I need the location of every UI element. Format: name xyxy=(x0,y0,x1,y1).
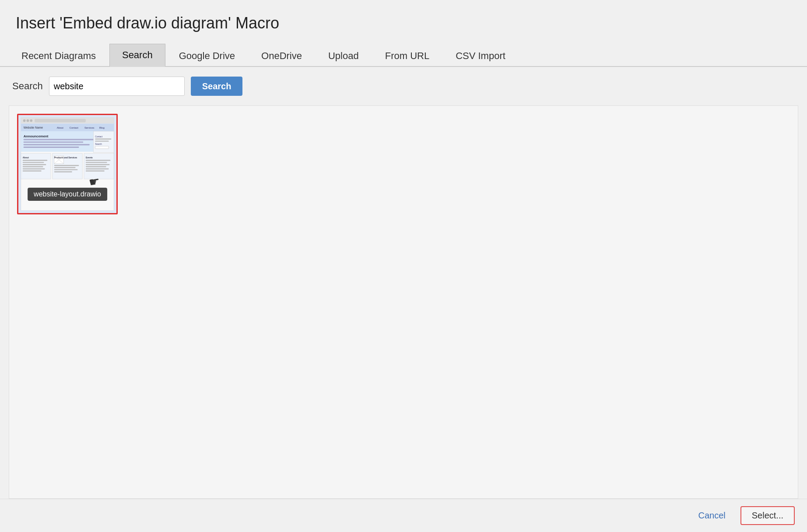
svg-text:Blog: Blog xyxy=(99,126,105,129)
svg-text:Events: Events xyxy=(86,157,93,159)
svg-rect-28 xyxy=(23,171,42,172)
svg-rect-27 xyxy=(23,168,45,169)
svg-rect-41 xyxy=(86,166,106,167)
diagram-thumbnail: Website Name About Contact Services Blog… xyxy=(18,115,116,213)
tab-google-drive[interactable]: Google Drive xyxy=(166,45,248,67)
svg-text:About: About xyxy=(57,126,64,129)
tabs-bar: Recent Diagrams Search Google Drive OneD… xyxy=(0,43,807,67)
svg-rect-24 xyxy=(23,162,44,163)
svg-text:Contact: Contact xyxy=(95,136,102,138)
svg-point-4 xyxy=(27,119,29,122)
svg-text:Search: Search xyxy=(95,143,102,145)
dialog-title: Insert 'Embed draw.io diagram' Macro xyxy=(0,0,807,43)
svg-rect-26 xyxy=(23,166,43,167)
svg-text:Contact: Contact xyxy=(70,126,78,129)
svg-rect-40 xyxy=(86,164,110,165)
svg-rect-6 xyxy=(35,119,86,122)
svg-text:Products and Services: Products and Services xyxy=(54,157,77,159)
footer-bar: Cancel Select... xyxy=(0,499,807,532)
tab-upload[interactable]: Upload xyxy=(316,45,372,67)
select-button[interactable]: Select... xyxy=(740,506,795,525)
svg-rect-15 xyxy=(24,139,96,140)
svg-point-5 xyxy=(30,119,32,122)
svg-rect-42 xyxy=(86,168,109,169)
svg-rect-33 xyxy=(54,167,76,168)
search-button[interactable]: Search xyxy=(191,77,243,96)
svg-point-3 xyxy=(23,119,26,122)
svg-rect-43 xyxy=(86,171,105,172)
cancel-button[interactable]: Cancel xyxy=(691,507,732,524)
tab-csv-import[interactable]: CSV Import xyxy=(443,45,518,67)
svg-rect-34 xyxy=(54,169,78,170)
svg-rect-25 xyxy=(23,164,46,165)
svg-rect-39 xyxy=(86,162,107,163)
svg-rect-18 xyxy=(24,147,79,148)
search-field-label: Search xyxy=(12,80,43,92)
svg-text:Website Name: Website Name xyxy=(24,126,43,129)
svg-text:About: About xyxy=(23,157,29,159)
svg-rect-49 xyxy=(95,146,109,149)
svg-text:Services: Services xyxy=(84,126,94,129)
dialog-container: Insert 'Embed draw.io diagram' Macro Rec… xyxy=(0,0,807,532)
svg-rect-44 xyxy=(93,131,114,153)
diagram-item[interactable]: Website Name About Contact Services Blog… xyxy=(17,114,118,214)
tab-from-url[interactable]: From URL xyxy=(372,45,442,67)
search-input[interactable] xyxy=(49,77,185,96)
content-area: Website Name About Contact Services Blog… xyxy=(9,105,798,499)
tab-recent-diagrams[interactable]: Recent Diagrams xyxy=(9,45,109,67)
tab-search[interactable]: Search xyxy=(109,44,165,67)
svg-rect-32 xyxy=(54,165,79,166)
svg-rect-16 xyxy=(24,141,83,143)
svg-text:Announcement: Announcement xyxy=(24,134,49,138)
svg-rect-38 xyxy=(86,160,110,161)
svg-rect-23 xyxy=(23,160,47,161)
svg-rect-35 xyxy=(54,172,72,172)
svg-rect-46 xyxy=(95,139,111,140)
diagram-grid: Website Name About Contact Services Blog… xyxy=(17,114,790,214)
search-bar: Search Search xyxy=(0,67,807,105)
svg-rect-17 xyxy=(24,144,90,145)
svg-rect-47 xyxy=(95,140,109,141)
tab-onedrive[interactable]: OneDrive xyxy=(249,45,315,67)
